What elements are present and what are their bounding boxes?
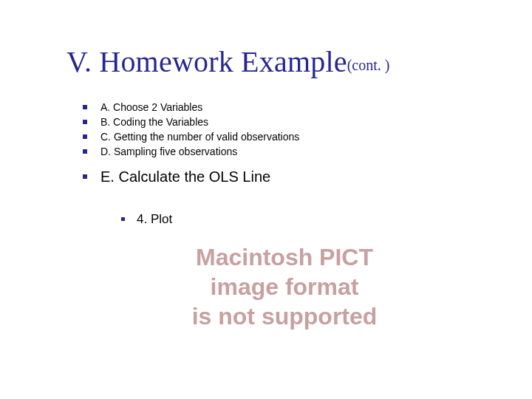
pict-unsupported-message: Macintosh PICT image format is not suppo… xyxy=(129,242,440,331)
sub-list-item: 4. Plot xyxy=(121,213,172,225)
sub-list-item-text: 4. Plot xyxy=(137,213,172,225)
pict-line-1: Macintosh PICT xyxy=(129,242,440,272)
pict-line-2: image format xyxy=(129,272,440,301)
list-item: B. Coding the Variables xyxy=(83,115,299,129)
list-item: A. Choose 2 Variables xyxy=(83,100,299,115)
list-item: D. Sampling five observations xyxy=(83,144,299,159)
pict-line-3: is not supported xyxy=(129,301,440,331)
list-item-emphasis: E. Calculate the OLS Line xyxy=(83,166,299,188)
square-bullet-icon xyxy=(121,217,125,221)
list-item-text: A. Choose 2 Variables xyxy=(100,102,202,112)
slide: V. Homework Example(cont. ) A. Choose 2 … xyxy=(0,0,532,399)
title-main: V. Homework Example xyxy=(66,45,347,78)
level-1-list: A. Choose 2 Variables B. Coding the Vari… xyxy=(83,100,299,188)
square-bullet-icon xyxy=(83,105,87,109)
list-item-text: D. Sampling five observations xyxy=(100,146,237,157)
square-bullet-icon xyxy=(83,174,87,179)
list-item-text: B. Coding the Variables xyxy=(100,117,208,127)
square-bullet-icon xyxy=(83,120,87,124)
list-item: C. Getting the number of valid observati… xyxy=(83,129,299,144)
square-bullet-icon xyxy=(83,134,87,139)
list-item-text: C. Getting the number of valid observati… xyxy=(100,132,299,142)
square-bullet-icon xyxy=(83,149,87,154)
slide-title: V. Homework Example(cont. ) xyxy=(66,44,389,79)
title-suffix: (cont. ) xyxy=(347,57,390,73)
level-2-list: 4. Plot xyxy=(121,213,172,225)
list-item-emphasis-text: E. Calculate the OLS Line xyxy=(100,169,270,184)
